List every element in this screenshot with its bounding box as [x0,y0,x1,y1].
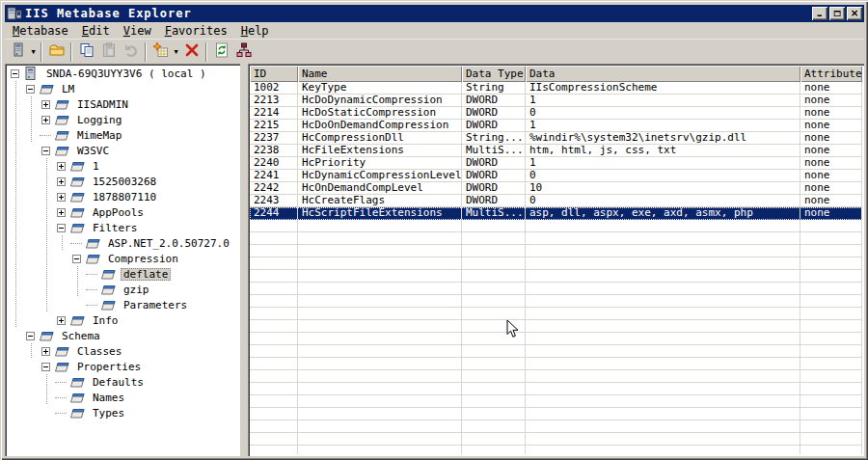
collapse-toggle-icon[interactable] [22,328,38,343]
tree-item-compression[interactable]: Compression [7,251,238,266]
expand-toggle-icon[interactable] [38,96,53,112]
property-row-1002[interactable]: 1002KeyTypeStringIIsCompressionSchemenon… [250,82,862,95]
tree-item-w3svc[interactable]: W3SVC [7,143,238,158]
new-key-button[interactable] [149,41,172,63]
tree-item-label[interactable]: Defaults [90,376,147,389]
tree-item-1525003268[interactable]: 1525003268 [7,174,238,189]
tree-item-label[interactable]: Types [90,407,127,419]
expand-toggle-icon[interactable] [53,158,68,174]
collapse-toggle-icon[interactable] [38,143,53,158]
tree-item-defaults[interactable]: Defaults [7,374,238,390]
server-connect-button[interactable] [7,41,29,63]
tree-item-mimemap[interactable]: MimeMap [7,127,238,143]
tree-item-label[interactable]: ASP.NET_2.0.50727.0 [105,237,232,250]
menu-item-metabase[interactable]: Metabase [6,23,75,39]
tree-item-label[interactable]: LM [59,83,77,95]
tree-item-logging[interactable]: Logging [7,112,238,127]
tree-item-parameters[interactable]: Parameters [7,297,238,312]
tree-item-iisadmin[interactable]: IISADMIN [7,96,238,112]
tree-item-label[interactable]: deflate [121,268,171,281]
tree-item-label[interactable]: Compression [105,253,181,265]
expand-toggle-icon[interactable] [53,312,68,328]
property-row-2241[interactable]: 2241HcDynamicCompressionLevelDWORD0none [250,170,862,182]
folder-button[interactable] [45,41,68,63]
tree-item-label[interactable]: Info [90,314,122,327]
tree-item-properties[interactable]: Properties [7,359,238,374]
tree-item-1878807110[interactable]: 1878807110 [7,189,238,204]
expand-toggle-icon[interactable] [53,174,68,189]
menu-item-edit[interactable]: Edit [75,23,117,39]
tree-item-label[interactable]: Classes [74,345,124,358]
tree-item-schema[interactable]: Schema [7,328,238,343]
tree-item-label[interactable]: 1 [90,160,102,173]
minimize-button[interactable] [812,7,827,20]
property-row-2215[interactable]: 2215HcDoOnDemandCompressionDWORD1none [250,120,862,132]
tree-item-label[interactable]: Logging [74,114,124,126]
property-row-2242[interactable]: 2242HcOnDemandCompLevelDWORD10none [250,182,862,195]
tree-item-label[interactable]: W3SVC [74,145,112,157]
menu-item-favorites[interactable]: Favorites [158,23,234,39]
refresh-button[interactable] [210,41,232,63]
tree-item-label[interactable]: Parameters [121,299,190,311]
expand-toggle-icon[interactable] [38,112,53,127]
hierarchy-button[interactable] [232,41,255,63]
tree-item-label[interactable]: Names [90,392,127,404]
property-row-2243[interactable]: 2243HcCreateFlagsDWORD0none [250,195,862,207]
tree-item-label[interactable]: IISADMIN [74,98,131,111]
tree-item-label[interactable]: 1878807110 [90,191,159,203]
panel-splitter[interactable] [240,64,248,456]
tree-item-label[interactable]: gzip [121,284,152,296]
tree-item-names[interactable]: Names [7,390,238,405]
tree-item-info[interactable]: Info [7,312,238,328]
property-row-2213[interactable]: 2213HcDoDynamicCompressionDWORD1none [250,95,862,107]
dropdown-arrow-icon[interactable]: ▼ [29,41,38,63]
tree-item-label[interactable]: MimeMap [74,129,124,142]
collapse-toggle-icon[interactable] [22,81,38,96]
property-row-2237[interactable]: 2237HcCompressionDllString...%windir%\sy… [250,132,862,145]
expand-toggle-icon[interactable] [53,204,68,220]
close-button[interactable] [847,7,862,20]
property-row-2240[interactable]: 2240HcPriorityDWORD1none [250,157,862,170]
tree-guide-line [68,297,84,312]
tree-item-classes[interactable]: Classes [7,343,238,359]
tree-item-label[interactable]: Properties [74,361,144,373]
maximize-button[interactable] [829,7,845,20]
undo-button[interactable] [120,41,142,63]
column-header-id[interactable]: ID [250,66,298,82]
tree-item-gzip[interactable]: gzip [7,282,238,297]
tree-item-apppools[interactable]: AppPools [7,204,238,220]
tree-item-label[interactable]: AppPools [90,206,147,219]
tree-item-label[interactable]: Filters [90,222,140,234]
tree-item-lm[interactable]: LM [7,81,238,96]
collapse-toggle-icon[interactable] [7,66,22,81]
column-header-data-type[interactable]: Data Type [462,66,526,82]
property-row-2244[interactable]: 2244HcScriptFileExtensionsMultiS...asp, … [250,207,862,220]
expand-toggle-icon[interactable] [53,189,68,204]
tree-item-filters[interactable]: Filters [7,220,238,235]
menu-item-view[interactable]: View [117,23,158,39]
collapse-toggle-icon[interactable] [38,359,53,374]
property-row-2214[interactable]: 2214HcDoStaticCompressionDWORD0none [250,107,862,120]
tree-guide-line [22,282,38,297]
collapse-toggle-icon[interactable] [68,251,84,266]
tree-item-deflate[interactable]: deflate [7,266,238,282]
column-header-name[interactable]: Name [298,66,462,82]
column-header-attributes[interactable]: Attributes [800,66,862,82]
paste-button[interactable] [97,41,120,63]
property-row-2238[interactable]: 2238HcFileExtensionsMultiS...htm, html, … [250,145,862,157]
menu-item-help[interactable]: Help [234,23,276,39]
title-bar[interactable]: IIS Metabase Explorer [5,5,864,22]
expand-toggle-icon[interactable] [38,343,53,359]
tree-item-label[interactable]: Schema [59,330,103,342]
tree-item-1[interactable]: 1 [7,158,238,174]
tree-item-asp-net-2-0-50727-0[interactable]: ASP.NET_2.0.50727.0 [7,235,238,251]
delete-button[interactable] [180,41,203,63]
tree-item-label[interactable]: SNDA-69Q3UYY3V6 ( local ) [43,68,209,80]
tree-item-snda-69q3uyy3v6-local-[interactable]: SNDA-69Q3UYY3V6 ( local ) [7,66,238,81]
column-header-data[interactable]: Data [526,66,800,82]
copy-button[interactable] [75,41,97,63]
collapse-toggle-icon[interactable] [53,220,68,235]
dropdown-arrow-icon[interactable]: ▼ [172,41,180,63]
tree-item-types[interactable]: Types [7,405,238,420]
tree-item-label[interactable]: 1525003268 [90,176,159,188]
